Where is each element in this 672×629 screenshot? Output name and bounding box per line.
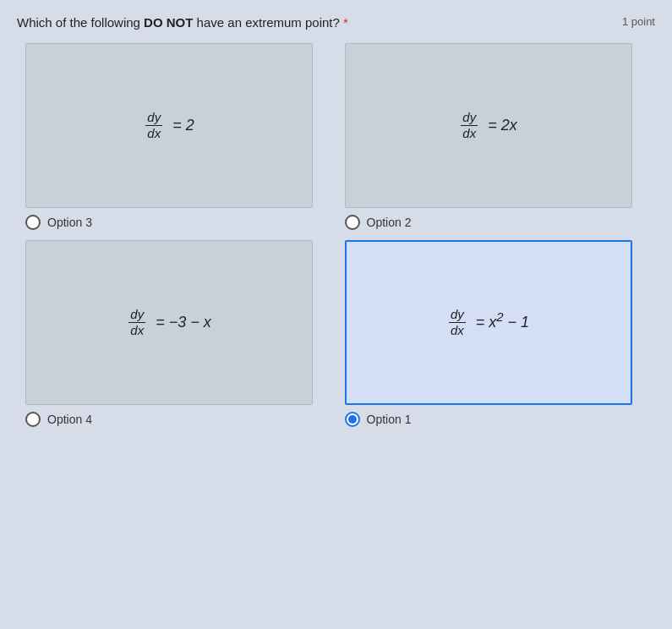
option-label-row-4[interactable]: Option 4 [25,412,92,427]
option-image-4[interactable]: dy dx = −3 − x [25,240,313,405]
question-suffix: have an extremum point? [193,15,339,30]
option1-label: Option 1 [367,413,412,426]
formula-3: dy dx = 2 [144,111,194,141]
radio-dot-1 [348,415,357,424]
formula-4: dy dx = −3 − x [127,308,210,338]
option-block-4: dy dx = −3 − x Option 4 [17,240,336,430]
required-star: * [340,15,348,30]
option4-label: Option 4 [47,413,92,426]
option3-label: Option 3 [47,216,92,229]
option-label-row-1[interactable]: Option 1 [345,412,412,427]
question-header: Which of the following DO NOT have an ex… [17,15,655,30]
option-block-2: dy dx = 2x Option 2 [336,43,656,233]
option2-label: Option 2 [367,216,412,229]
radio-option1[interactable] [345,412,360,427]
formula-2: dy dx = 2x [459,111,516,141]
question-bold: DO NOT [144,15,193,30]
formula-1: dy dx = x2 − 1 [447,308,529,338]
option-image-3[interactable]: dy dx = 2 [25,43,313,208]
option-label-row-3[interactable]: Option 3 [25,215,92,230]
question-text: Which of the following DO NOT have an ex… [17,15,348,30]
option-image-2[interactable]: dy dx = 2x [345,43,632,208]
radio-option3[interactable] [25,215,41,230]
points-label: 1 point [622,15,655,28]
options-grid: dy dx = 2 Option 3 dy dx = 2x Option 2 [17,43,655,437]
option-block-1: dy dx = x2 − 1 Option 1 [336,240,656,430]
question-prefix: Which of the following [17,15,144,30]
option-label-row-2[interactable]: Option 2 [345,215,412,230]
radio-option2[interactable] [345,215,360,230]
option-block-3: dy dx = 2 Option 3 [17,43,336,233]
option-image-1[interactable]: dy dx = x2 − 1 [345,240,632,405]
radio-option4[interactable] [25,412,41,427]
